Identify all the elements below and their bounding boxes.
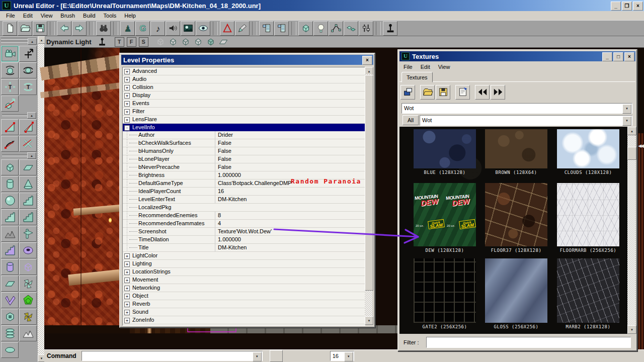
property-value[interactable]: False <box>215 139 365 147</box>
brush-scale-tool[interactable] <box>1 62 19 78</box>
texture-tile-gloss[interactable] <box>485 258 547 323</box>
category-row-movement[interactable]: +Movement <box>123 276 365 284</box>
save-package-button[interactable] <box>436 85 450 100</box>
scroll-down-icon[interactable]: ▼ <box>365 316 373 325</box>
brush-clip-tool[interactable] <box>1 136 19 152</box>
actor-browser-button[interactable] <box>274 21 289 36</box>
property-row-screenshot[interactable]: ScreenshotTexture'Wot.Wot.Dew' <box>123 228 365 236</box>
scroll-thumb[interactable] <box>627 147 636 160</box>
mesh-editor-button[interactable] <box>235 21 250 36</box>
property-row-timedilation[interactable]: TimeDilation1.000000 <box>123 236 365 244</box>
intersect-sheets-brush-tool[interactable] <box>19 226 37 242</box>
toggle-t-button[interactable]: T <box>115 37 124 47</box>
rotation-grid-button[interactable] <box>365 350 377 361</box>
music-browser-button[interactable]: ♪ <box>150 21 165 36</box>
menu-tools[interactable]: Tools <box>100 12 121 20</box>
ellipse-brush-tool[interactable] <box>1 342 19 358</box>
menu-brush[interactable]: Brush <box>56 12 79 20</box>
property-row-bcheckwalksurfaces[interactable]: bCheckWalkSurfacesFalse <box>123 139 365 147</box>
category-row-collision[interactable]: +Collision <box>123 83 365 92</box>
box-stair-brush-tool[interactable] <box>19 209 37 225</box>
maximize-button[interactable]: □ <box>613 52 623 61</box>
property-row-bhumansonly[interactable]: bHumansOnlyFalse <box>123 147 365 155</box>
vertex-editing-tool[interactable] <box>1 96 19 112</box>
property-row-levelentertext[interactable]: LevelEnterTextDM-Kitchen <box>123 196 365 204</box>
menu-build[interactable]: Build <box>79 12 99 20</box>
texture-tile-marb2[interactable] <box>557 258 619 323</box>
sheet-brush-tool[interactable] <box>19 159 37 175</box>
property-row-bneverprecache[interactable]: bNeverPrecacheFalse <box>123 163 365 171</box>
filter-input[interactable] <box>426 337 631 348</box>
property-value[interactable]: 4 <box>215 220 365 227</box>
add-light-button[interactable] <box>313 21 328 36</box>
category-row-audio[interactable]: +Audio <box>123 75 365 83</box>
texture-tile-floor37[interactable] <box>485 183 547 246</box>
scroll-thumb[interactable] <box>365 75 373 291</box>
menu-help[interactable]: Help <box>120 12 140 20</box>
viewmode-polys-button[interactable] <box>193 37 204 47</box>
wedge-brush-tool[interactable] <box>1 292 19 308</box>
property-row-localizedpkg[interactable]: LocalizedPkg <box>123 204 365 212</box>
property-value[interactable]: False <box>215 163 365 171</box>
property-value[interactable]: 16 <box>215 188 365 195</box>
texture-list-button[interactable] <box>400 85 415 100</box>
property-value[interactable]: DM-Kitchen <box>215 196 365 203</box>
texture-tile-gate2[interactable] <box>414 258 476 323</box>
grid-size-select[interactable]: 16 ▼ <box>330 351 354 361</box>
expand-icon[interactable]: + <box>124 269 130 275</box>
expand-icon[interactable]: + <box>124 109 130 115</box>
collapse-icon[interactable]: - <box>124 125 130 131</box>
viewmode-overhead-button[interactable] <box>180 37 191 47</box>
property-value[interactable]: Texture'Wot.Wot.Dew' <box>215 228 365 235</box>
expand-icon[interactable]: + <box>124 302 130 307</box>
chevron-down-icon[interactable]: ▼ <box>253 352 262 361</box>
stair-brush-tool[interactable] <box>19 193 37 209</box>
expand-icon[interactable]: + <box>124 253 130 259</box>
viewmode-textured-button[interactable] <box>205 37 216 47</box>
actor-class-browser-button[interactable]: ♟ <box>120 21 135 36</box>
prev-group-button[interactable] <box>475 85 490 100</box>
close-button[interactable]: × <box>624 52 634 61</box>
minimize-button[interactable]: _ <box>602 52 612 61</box>
property-scrollbar[interactable]: ▲ ▼ <box>365 67 372 325</box>
chevron-down-icon[interactable]: ▼ <box>622 104 631 114</box>
save-map-button[interactable] <box>33 21 47 36</box>
delete-polygon-tool[interactable] <box>19 136 37 152</box>
close-button[interactable]: × <box>633 2 643 11</box>
property-value[interactable]: 1.000000 <box>215 236 365 243</box>
dodecahedron-brush-tool[interactable] <box>19 292 37 308</box>
undo-button[interactable] <box>57 21 71 36</box>
property-value[interactable]: Drider <box>215 131 365 139</box>
new-map-button[interactable] <box>3 21 17 36</box>
next-group-button[interactable] <box>491 85 505 100</box>
redo-button[interactable] <box>72 21 87 36</box>
tessellate-brush-tool[interactable] <box>19 276 37 292</box>
property-row-bloneplayer[interactable]: bLonePlayerFalse <box>123 155 365 163</box>
property-row-recommendedteammates[interactable]: RecommendedTeammates4 <box>123 220 365 228</box>
open-package-button[interactable] <box>420 85 435 100</box>
scroll-down-icon[interactable]: ▼ <box>627 325 636 334</box>
scroll-up-icon[interactable]: ▲ <box>38 36 45 44</box>
cylinder-brush-tool[interactable] <box>1 176 19 192</box>
category-row-sound[interactable]: +Sound <box>123 308 365 316</box>
texture-pan-tool[interactable]: T <box>1 79 19 95</box>
textures-menu-file[interactable]: File <box>399 63 417 71</box>
play-map-button[interactable] <box>383 21 397 36</box>
textures-menu-edit[interactable]: Edit <box>417 63 434 71</box>
viewmode-sheet-button[interactable] <box>218 37 229 47</box>
cube-brush-tool[interactable] <box>1 159 19 175</box>
texture-tile-blue[interactable] <box>414 129 476 168</box>
sphere-brush-tool[interactable] <box>1 193 19 209</box>
surface-properties-button[interactable] <box>359 21 373 36</box>
expand-icon[interactable]: + <box>124 85 130 90</box>
texture-tile-clouds[interactable] <box>557 129 619 168</box>
package-select[interactable]: Wot ▼ <box>401 103 632 114</box>
expand-icon[interactable]: + <box>124 294 130 299</box>
expand-icon[interactable]: + <box>124 93 130 99</box>
2d-shape-editor-button[interactable] <box>220 21 234 36</box>
texture-tile-floormarb[interactable] <box>557 183 619 246</box>
texture-scrollbar[interactable]: ▲ ▼ <box>627 127 635 334</box>
group-select[interactable]: Wot ▼ <box>420 115 632 126</box>
category-row-display[interactable]: +Display <box>123 92 365 100</box>
code-browser-button[interactable] <box>259 21 274 36</box>
